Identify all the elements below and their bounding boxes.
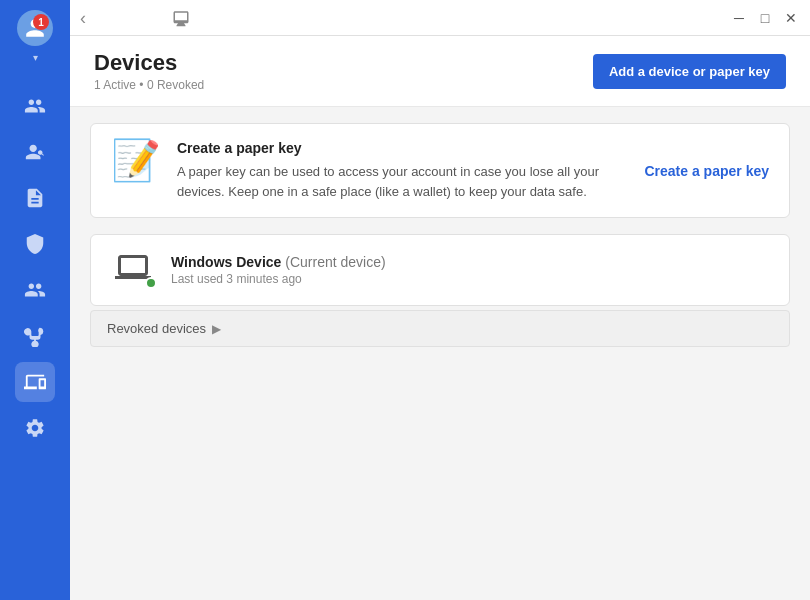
page-header: Devices 1 Active • 0 Revoked Add a devic… (70, 36, 810, 107)
paper-key-icon: 📝 (111, 140, 161, 180)
revoked-chevron-icon: ▶ (212, 322, 221, 336)
device-icon-wrap (111, 249, 155, 291)
page-subtitle: 1 Active • 0 Revoked (94, 78, 204, 92)
device-tag: (Current device) (285, 254, 385, 270)
sidebar-item-security[interactable] (15, 224, 55, 264)
device-last-used: Last used 3 minutes ago (171, 272, 386, 286)
create-paper-key-link[interactable]: Create a paper key (644, 163, 769, 179)
device-info: Windows Device (Current device) Last use… (171, 254, 386, 286)
paper-key-content: Create a paper key A paper key can be us… (177, 140, 628, 201)
titlebar: ‹ ─ □ ✕ (70, 0, 810, 36)
content-area: 📝 Create a paper key A paper key can be … (70, 107, 810, 600)
title-area: Devices 1 Active • 0 Revoked (94, 50, 204, 92)
back-button[interactable]: ‹ (80, 8, 86, 28)
paper-key-description: A paper key can be used to access your a… (177, 162, 628, 201)
paper-key-title: Create a paper key (177, 140, 628, 156)
sidebar-chevron[interactable]: ▾ (33, 52, 38, 63)
window-controls: ─ □ ✕ (730, 9, 800, 27)
sidebar-item-devices[interactable] (15, 362, 55, 402)
minimize-button[interactable]: ─ (730, 9, 748, 27)
close-button[interactable]: ✕ (782, 9, 800, 27)
sidebar-item-git[interactable] (15, 316, 55, 356)
revoked-devices-section[interactable]: Revoked devices ▶ (90, 310, 790, 347)
avatar[interactable]: 1 (17, 10, 53, 46)
titlebar-app-icon (170, 9, 192, 27)
sidebar-item-person-search[interactable] (15, 132, 55, 172)
add-device-button[interactable]: Add a device or paper key (593, 54, 786, 89)
device-item: Windows Device (Current device) Last use… (90, 234, 790, 306)
paper-key-card: 📝 Create a paper key A paper key can be … (90, 123, 790, 218)
maximize-button[interactable]: □ (756, 9, 774, 27)
main-content: ‹ ─ □ ✕ Devices 1 Active • 0 Revoked Add… (70, 0, 810, 600)
device-status-dot (145, 277, 157, 289)
notification-badge: 1 (33, 14, 49, 30)
sidebar-item-settings[interactable] (15, 408, 55, 448)
page-title: Devices (94, 50, 204, 76)
sidebar-item-files[interactable] (15, 178, 55, 218)
sidebar-item-team[interactable] (15, 270, 55, 310)
device-name: Windows Device (Current device) (171, 254, 386, 270)
sidebar-item-people[interactable] (15, 86, 55, 126)
sidebar: 1 ▾ (0, 0, 70, 600)
revoked-label: Revoked devices (107, 321, 206, 336)
